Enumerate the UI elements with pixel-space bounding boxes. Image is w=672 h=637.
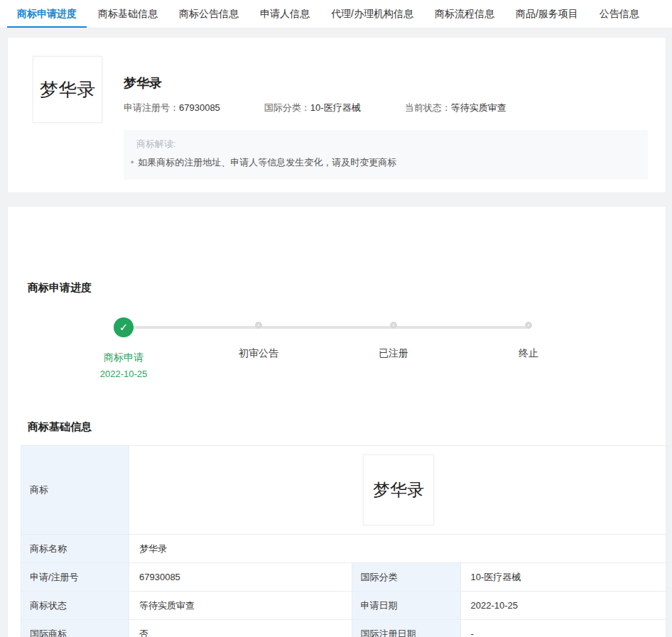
registration-number: 申请注册号：67930085 [124,102,220,114]
interpretation-item: • 如果商标的注册地址、申请人等信息发生变化，请及时变更商标 [131,157,635,168]
cell-value-reg-no: 67930085 [129,563,352,592]
cell-value-apply-date: 2022-10-25 [460,592,668,620]
step-pending-circle-icon [255,322,262,329]
registration-number-label: 申请注册号： [124,102,179,113]
cell-label-international: 国际商标 [21,620,129,637]
step-terminated: 终止 [461,317,596,379]
table-row: 商标 梦华录 [21,446,668,535]
step-label: 初审公告 [239,347,278,360]
trademark-title: 梦华录 [124,75,648,92]
step-pending-circle-icon [525,322,532,329]
tab-gazette-info[interactable]: 商标公告信息 [169,0,249,28]
basic-info-table: 商标 梦华录 商标名称 梦华录 申请/注册号 67930085 国际分类 10-… [21,445,668,637]
step-date: 2022-10-25 [100,369,148,379]
cell-value-status: 等待实质审查 [129,592,352,620]
tab-agency-info[interactable]: 代理/办理机构信息 [321,0,423,28]
table-row: 商标状态 等待实质审查 申请日期 2022-10-25 [21,592,668,620]
table-row: 申请/注册号 67930085 国际分类 10-医疗器械 [21,563,668,592]
current-status-value: 等待实质审查 [451,102,506,113]
cell-label-name: 商标名称 [21,535,129,563]
cell-label-intl-reg-date: 国际注册日期 [352,620,460,637]
step-label: 商标申请 [104,352,143,364]
basic-info-section-title: 商标基础信息 [21,420,659,434]
cell-value-name: 梦华录 [129,535,668,563]
step-registered: 已注册 [326,317,461,379]
cell-label-status: 商标状态 [21,592,129,620]
trademark-summary-card: 梦华录 梦华录 申请注册号：67930085 国际分类：10-医疗器械 当前状态… [7,37,666,193]
tab-basic-info[interactable]: 商标基础信息 [88,0,168,28]
application-progress-stepper: ✓ 商标申请 2022-10-25 初审公告 已注册 终止 [21,317,659,388]
tab-applicant-info[interactable]: 申请人信息 [250,0,320,28]
cell-label-apply-date: 申请日期 [352,592,460,620]
table-row: 商标名称 梦华录 [21,535,668,563]
cell-label-class: 国际分类 [352,563,460,592]
international-class-label: 国际分类： [264,102,310,113]
trademark-image: 梦华录 [33,56,102,123]
interpretation-title: 商标解读: [136,138,635,150]
step-preliminary-gazette: 初审公告 [191,317,326,379]
tab-application-progress[interactable]: 商标申请进度 [7,0,87,28]
cell-trademark-image: 梦华录 [129,446,668,535]
tab-announcement-info[interactable]: 公告信息 [590,0,649,28]
tab-bar: 商标申请进度 商标基础信息 商标公告信息 申请人信息 代理/办理机构信息 商标流… [0,0,672,28]
tab-process-info[interactable]: 商标流程信息 [425,0,504,28]
progress-section-title: 商标申请进度 [21,281,659,295]
cell-label-reg-no: 申请/注册号 [21,563,129,592]
cell-label-trademark: 商标 [21,446,129,535]
current-status-label: 当前状态： [405,102,451,113]
step-done-check-icon: ✓ [114,317,134,337]
trademark-image-small: 梦华录 [363,454,434,526]
cell-value-international: 否 [129,620,352,637]
step-label: 已注册 [379,347,408,360]
cell-value-intl-reg-date: - [460,620,668,637]
interpretation-text: 如果商标的注册地址、申请人等信息发生变化，请及时变更商标 [138,157,396,168]
interpretation-box: 商标解读: • 如果商标的注册地址、申请人等信息发生变化，请及时变更商标 [124,130,648,180]
international-class: 国际分类：10-医疗器械 [264,102,361,114]
progress-card: 商标申请进度 ✓ 商标申请 2022-10-25 初审公告 已注册 终止 商标基… [7,206,666,637]
step-label: 终止 [519,347,538,360]
summary-details: 梦华录 申请注册号：67930085 国际分类：10-医疗器械 当前状态：等待实… [124,56,648,180]
summary-info-row: 申请注册号：67930085 国际分类：10-医疗器械 当前状态：等待实质审查 [124,102,648,114]
bullet-icon: • [131,157,134,168]
table-row: 国际商标 否 国际注册日期 - [21,620,668,637]
international-class-value: 10-医疗器械 [310,102,361,113]
tab-goods-services[interactable]: 商品/服务项目 [506,0,588,28]
step-pending-circle-icon [390,322,397,329]
cell-value-class: 10-医疗器械 [460,563,668,592]
registration-number-value: 67930085 [179,102,220,113]
step-trademark-application: ✓ 商标申请 2022-10-25 [56,317,191,379]
current-status: 当前状态：等待实质审查 [405,102,506,114]
